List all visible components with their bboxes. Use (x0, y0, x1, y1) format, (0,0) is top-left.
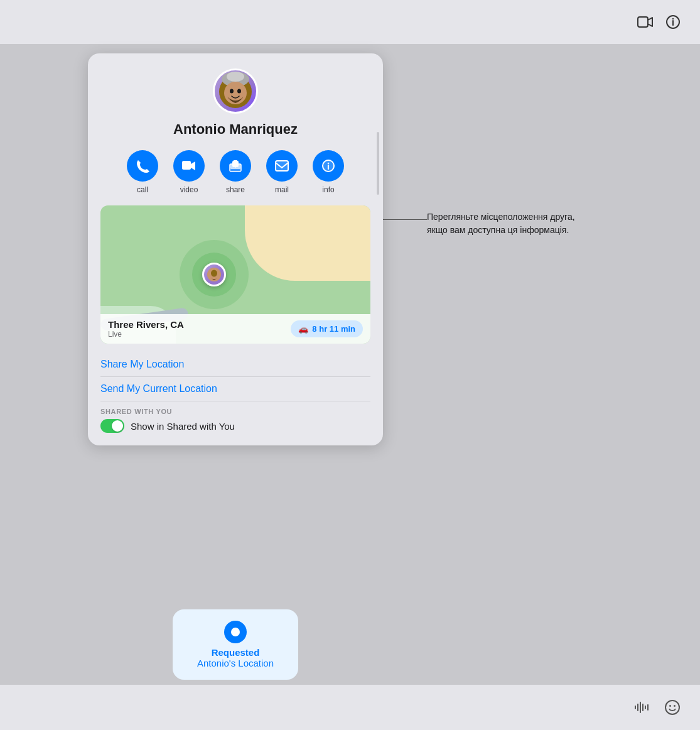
map-terrain-yellow (245, 205, 370, 281)
mail-button-wrap: mail (266, 150, 298, 194)
map-travel-button[interactable]: 🚗 8 hr 11 min (291, 320, 363, 337)
avatar-container (100, 68, 370, 114)
svg-point-9 (237, 89, 241, 94)
share-label: share (226, 185, 245, 194)
info-icon[interactable] (665, 14, 681, 30)
svg-point-3 (672, 18, 674, 19)
callout-annotation: Перегляньте місцеположення друга, якщо в… (427, 210, 584, 237)
mail-button[interactable] (266, 150, 298, 182)
svg-rect-27 (642, 704, 643, 711)
svg-point-32 (674, 705, 676, 707)
chat-area: Requested Antonio's Location (88, 609, 383, 680)
svg-point-8 (230, 89, 234, 94)
svg-point-19 (328, 163, 330, 165)
svg-point-31 (669, 705, 671, 707)
share-my-location-option[interactable]: Share My Location (100, 352, 370, 377)
info-label: info (322, 185, 334, 194)
shared-toggle[interactable] (100, 419, 124, 433)
svg-rect-29 (647, 704, 649, 711)
map-city: Three Rivers, CA (108, 319, 184, 330)
location-dot (224, 621, 247, 643)
map-location-circle (180, 240, 249, 309)
mail-label: mail (275, 185, 289, 194)
svg-rect-25 (637, 704, 638, 711)
share-button-wrap: share (220, 150, 251, 194)
bubble-subtitle: Antonio's Location (197, 658, 274, 668)
svg-rect-10 (182, 161, 191, 170)
svg-point-30 (665, 700, 679, 714)
map-location-inner (192, 253, 236, 297)
top-bar (0, 0, 700, 44)
video-call-icon[interactable] (637, 14, 654, 30)
video-button-wrap: video (173, 150, 205, 194)
action-buttons-row: call video (100, 150, 370, 194)
video-button[interactable] (173, 150, 205, 182)
info-button-wrap: info (313, 150, 344, 194)
map-background: Three Rivers, CA Live 🚗 8 hr 11 min (100, 205, 370, 344)
svg-point-6 (227, 72, 244, 82)
audio-waveform-icon[interactable] (633, 699, 651, 716)
car-icon: 🚗 (298, 324, 308, 334)
main-area: Antonio Manriquez call (0, 44, 700, 730)
send-current-location-option[interactable]: Send My Current Location (100, 377, 370, 401)
svg-rect-28 (645, 705, 646, 709)
bubble-title: Requested (212, 647, 260, 658)
call-button-wrap: call (127, 150, 158, 194)
requested-location-bubble: Requested Antonio's Location (173, 609, 298, 680)
show-shared-text: Show in Shared with You (131, 421, 235, 432)
location-map[interactable]: Three Rivers, CA Live 🚗 8 hr 11 min (100, 205, 370, 344)
shared-with-you-label: SHARED WITH YOU (100, 408, 370, 415)
map-avatar-pin[interactable] (202, 263, 226, 286)
bottom-toolbar (0, 685, 700, 730)
show-in-shared-row: Show in Shared with You (100, 419, 370, 433)
svg-rect-0 (638, 17, 648, 27)
info-contact-button[interactable] (313, 150, 344, 182)
share-button[interactable] (220, 150, 251, 182)
contact-panel: Antonio Manriquez call (88, 53, 383, 445)
map-info-bar: Three Rivers, CA Live 🚗 8 hr 11 min (100, 314, 370, 344)
svg-rect-15 (276, 161, 288, 171)
scroll-indicator (377, 132, 379, 195)
callout-line (383, 219, 427, 220)
call-button[interactable] (127, 150, 158, 182)
contact-name: Antonio Manriquez (100, 121, 370, 138)
location-dot-inner (231, 628, 240, 636)
map-location-text: Three Rivers, CA Live (108, 319, 184, 339)
svg-rect-24 (635, 705, 636, 709)
svg-point-22 (211, 270, 217, 277)
emoji-icon[interactable] (664, 699, 681, 716)
call-label: call (137, 185, 148, 194)
map-status: Live (108, 330, 184, 339)
svg-rect-26 (640, 702, 641, 713)
travel-time: 8 hr 11 min (312, 324, 355, 334)
contact-avatar (213, 68, 258, 114)
callout-text: Перегляньте місцеположення друга, якщо в… (427, 210, 584, 237)
video-label: video (180, 185, 198, 194)
